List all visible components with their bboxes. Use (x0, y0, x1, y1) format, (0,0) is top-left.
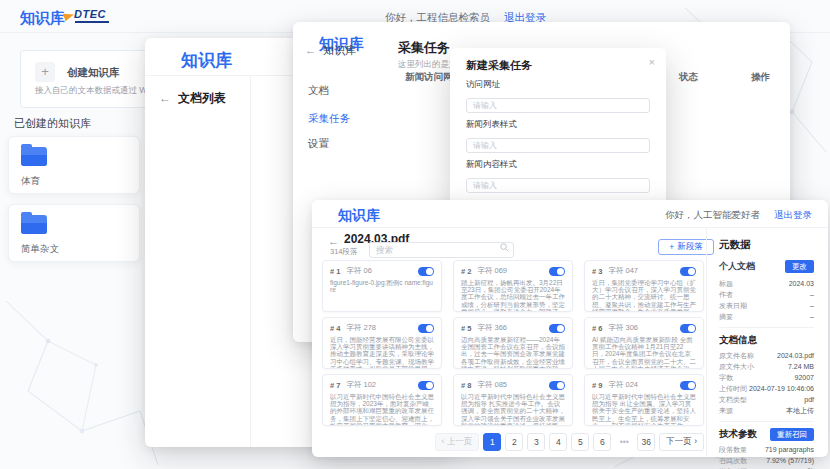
segment-count: 314段落 (330, 247, 358, 257)
meta-key: 发表日期 (719, 301, 747, 310)
search-box (369, 239, 514, 255)
divider (719, 327, 814, 328)
info-row: 原文件大小7.24 MB (719, 362, 814, 371)
meta-value: – (810, 301, 814, 310)
sidebar-item-settings[interactable]: 设置 (308, 137, 329, 151)
meta-value: – (810, 290, 814, 299)
add-segment-label: 新段落 (677, 241, 703, 253)
kb-card-misc[interactable]: 简单杂文 (8, 204, 140, 262)
field-input-url[interactable] (466, 98, 650, 113)
column-header-status: 状态 (679, 71, 698, 84)
screen: 知识库 DTEC 你好，工程信息检索员退出登录 + 创建知识库 接入自己的文本数… (0, 0, 830, 469)
field-label-content-style: 新闻内容样式 (466, 159, 650, 171)
user-greeting: 你好，人工智能爱好者退出登录 (665, 209, 812, 222)
app-title: 知识库 (181, 49, 232, 72)
field-input-list-style[interactable] (466, 138, 650, 153)
column-header-action: 操作 (751, 71, 770, 84)
sidebar-item-collect-tasks[interactable]: 采集任务 (308, 112, 350, 126)
meta-key: 摘要 (719, 312, 733, 321)
info-key: 上传时间 (719, 384, 747, 393)
segment-id: # 1 (330, 267, 340, 276)
back-arrow-icon[interactable]: ← (305, 44, 316, 56)
pagination-page-2[interactable]: 2 (505, 433, 523, 451)
info-key: 文档类型 (719, 395, 747, 404)
info-value: 2024.03.pdf (777, 351, 814, 360)
create-kb-title: 创建知识库 (67, 66, 120, 80)
segment-toggle[interactable] (418, 381, 434, 390)
pagination-page-6[interactable]: 6 (593, 433, 611, 451)
segment-card[interactable]: # 1字符 06figure1-figure-0.jpg:图例c name:fi… (322, 260, 442, 312)
back-arrow-icon[interactable]: ← (328, 235, 339, 247)
app-title: 知识库 (338, 207, 380, 225)
segment-id: # 5 (461, 324, 471, 333)
info-value: 本地上传 (786, 406, 814, 415)
segment-toggle[interactable] (680, 381, 696, 390)
user-name: 你好，人工智能爱好者 (665, 209, 760, 220)
search-input[interactable] (369, 242, 514, 258)
meta-value: – (810, 312, 814, 321)
re-recall-button[interactable]: 重新召回 (770, 428, 814, 441)
folder-icon (21, 147, 47, 166)
segment-toggle[interactable] (680, 267, 696, 276)
back-label: 文档列表 (178, 91, 226, 105)
segment-card[interactable]: # 2字符 069踏上新征程，扬帆再出发。3月22日至23日，集团公司党委召开2… (453, 260, 573, 312)
kb-card-sports[interactable]: 体育 (8, 136, 140, 194)
pagination-page-3[interactable]: 3 (527, 433, 545, 451)
sidebar-item-docs[interactable]: 文档 (308, 84, 329, 98)
info-key: 原文件大小 (719, 362, 754, 371)
pagination-page-1[interactable]: 1 (483, 433, 501, 451)
segment-chars: 字符 278 (346, 323, 376, 333)
pagination-ellipsis[interactable]: ••• (615, 433, 633, 451)
new-task-modal: 新建采集任务 × 访问网址 新闻列表样式 新闻内容样式 任务名称 是否定时执行 … (450, 48, 666, 210)
tech-row: 段落数量719 paragraphs (719, 445, 814, 454)
back-doc-list[interactable]: ←文档列表 (159, 90, 226, 107)
segment-card[interactable]: # 3字符 047近日，集团党委理论学习中心组（扩大）学习会议召开，深入学习贯彻… (584, 260, 704, 312)
tech-key: 召回次数 (719, 456, 747, 465)
segment-toggle[interactable] (680, 324, 696, 333)
change-button[interactable]: 更改 (785, 260, 814, 273)
segment-toggle[interactable] (549, 324, 565, 333)
segment-toggle[interactable] (418, 267, 434, 276)
logout-link[interactable]: 退出登录 (774, 209, 812, 220)
tech-value: 719 paragraphs (765, 445, 814, 454)
meta-row: 发表日期– (719, 301, 814, 310)
field-label-url: 访问网址 (466, 79, 650, 91)
tech-value: 7.92% (57/719) (766, 456, 814, 465)
segment-chars: 字符 102 (346, 380, 376, 390)
segment-card[interactable]: # 6字符 306AI 赋能迈向高质量发展新阶段 全面贯彻工作会议精神 1月21… (584, 317, 704, 369)
segment-card[interactable]: # 7字符 102以习近平新时代中国特色社会主义思想为指导，2023年，面对复杂… (322, 374, 442, 426)
back-kb[interactable]: ←知识库 (305, 43, 356, 58)
pagination-page-4[interactable]: 4 (549, 433, 567, 451)
segment-toggle[interactable] (418, 324, 434, 333)
pagination-page-5[interactable]: 5 (571, 433, 589, 451)
pagination-next[interactable]: 下一页 › (659, 433, 704, 451)
field-input-content-style[interactable] (466, 178, 650, 193)
tech-row: 召回次数7.92% (57/719) (719, 456, 814, 465)
back-label: 知识库 (323, 44, 356, 56)
segment-chars: 字符 366 (477, 323, 507, 333)
segment-text: 以习近平新时代中国特色社会主义思想为指导 扎实推进今年工作。会议强调，要全面贯彻… (461, 393, 565, 426)
info-row: 来源本地上传 (719, 406, 814, 415)
window-doc-detail: 知识库 你好，人工智能爱好者退出登录 ← 2024.03.pdf 314段落 +… (312, 200, 828, 457)
metadata-panel: 元数据 个人文档 更改 标题2024.03 作者– 发表日期– 摘要– 文档信息… (706, 228, 828, 457)
info-value: 2024-07-19 10:46:06 (749, 384, 814, 393)
segment-card[interactable]: # 8字符 085以习近平新时代中国特色社会主义思想为指导 扎实推进今年工作。会… (453, 374, 573, 426)
segment-text: 迈向高质量发展新征程——2024年全国国资工作会议在京召开，会议指出，过去一年国… (461, 336, 565, 369)
plus-icon: + (35, 62, 55, 82)
segment-chars: 字符 306 (608, 323, 638, 333)
plus-icon: + (669, 242, 674, 252)
info-key: 来源 (719, 406, 733, 415)
segment-card[interactable]: # 4字符 278近日，国能经营发展有限公司党委以深入学习贯彻重要讲话精神为主线… (322, 317, 442, 369)
field-label-list-style: 新闻列表样式 (466, 119, 650, 131)
close-icon[interactable]: × (649, 56, 655, 68)
segment-toggle[interactable] (549, 381, 565, 390)
pagination-prev[interactable]: ‹ 上一页 (435, 433, 480, 451)
back-arrow-icon[interactable]: ← (159, 91, 171, 105)
pagination-page-36[interactable]: 36 (637, 433, 655, 451)
segment-toggle[interactable] (549, 267, 565, 276)
info-key: 字数 (719, 373, 733, 382)
segment-card[interactable]: # 5字符 366迈向高质量发展新征程——2024年全国国资工作会议在京召开，会… (453, 317, 573, 369)
segment-card[interactable]: # 9字符 024以习近平新时代中国特色社会主义思想为指导 出让全国属、深入学习… (584, 374, 704, 426)
segment-chars: 字符 085 (477, 380, 507, 390)
info-key: 原文件名称 (719, 351, 754, 360)
